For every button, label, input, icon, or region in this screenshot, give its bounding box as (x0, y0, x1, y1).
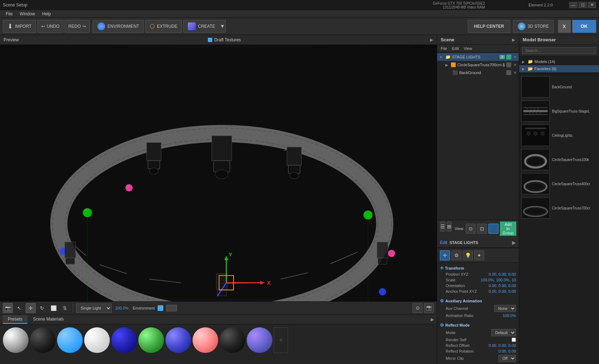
3d-viewport[interactable]: Perspective Top Front Side Shaded Wirefr… (0, 45, 437, 301)
import-button[interactable]: ⬇ IMPORT (3, 20, 36, 33)
close-button[interactable]: ✕ (588, 2, 596, 8)
svg-rect-45 (378, 258, 387, 264)
circle-truss-visibility[interactable] (506, 62, 511, 67)
light-icon-btn[interactable]: ✦ (474, 250, 484, 260)
mb-thumb-circle-truss-700 (521, 197, 550, 219)
scene-menu-view[interactable]: View (464, 46, 472, 51)
stage-lights-tag: 2 (500, 55, 505, 59)
mb-item-circle-truss-400[interactable]: CircleSquareTruss400cr (521, 172, 598, 195)
shape-icon-btn[interactable]: ⚙ (451, 250, 461, 260)
mode-row: Mode Default (440, 328, 516, 337)
aux-channel-select[interactable]: None (494, 305, 516, 312)
add-to-group-button[interactable]: Add to Group (500, 222, 517, 236)
tree-item-background[interactable]: ⬛ BackGround ✕ (437, 69, 519, 77)
help-center-button[interactable]: HELP CENTER (468, 20, 510, 33)
menu-file[interactable]: File (2, 11, 16, 17)
mirror-clip-select[interactable]: Off On (498, 355, 516, 362)
stage-lights-visibility[interactable] (506, 54, 511, 59)
svg-rect-28 (288, 165, 300, 173)
restore-button[interactable]: ◻ (578, 2, 587, 8)
material-chrome[interactable] (3, 327, 29, 353)
redo-icon: ↪ (82, 24, 86, 29)
add-material-button[interactable]: + (274, 327, 288, 353)
material-purple[interactable] (247, 327, 272, 353)
scale-tool-button[interactable]: ⬜ (48, 303, 58, 313)
aux-channel-row: Aux Channel None (440, 304, 516, 313)
screenshot-button[interactable]: 📸 (424, 303, 434, 313)
view-mode-btn-1[interactable]: ☰ (440, 222, 445, 232)
undo-button[interactable]: ↩ UNDO (37, 20, 63, 33)
render-preview-button[interactable]: ⊙ (413, 303, 423, 313)
light-mode-select[interactable]: Single Light Two Lights Three Lights (76, 303, 112, 313)
extrude-button[interactable]: ⬡ EXTRUDE (145, 20, 182, 33)
preview-expand-icon[interactable]: ▶ (430, 37, 433, 42)
materials-expand-icon[interactable]: ▶ (431, 317, 434, 322)
svg-point-66 (527, 132, 531, 135)
position-row: Position XYZ 0.00, 0.00, 0.00 (440, 271, 516, 277)
material-pink[interactable] (193, 327, 218, 353)
transform-section-icon: ✛ (440, 266, 444, 271)
menu-help[interactable]: Help (39, 11, 55, 17)
mb-tree-favorites[interactable]: ▶ 📂 Favorites (6) (519, 65, 599, 72)
move-tool-button[interactable]: ✛ (26, 303, 36, 313)
scene-menu-edit[interactable]: Edit (452, 46, 459, 51)
circle-truss-delete[interactable]: ✕ (513, 63, 517, 67)
create-button[interactable]: CREATE (183, 20, 219, 33)
tab-presets[interactable]: Presets (3, 315, 27, 324)
create-dropdown-arrow[interactable]: ▼ (219, 20, 226, 33)
ok-button[interactable]: OK (572, 20, 597, 33)
tab-scene-materials[interactable]: Scene Materials (28, 315, 69, 324)
tree-item-stage-lights[interactable]: ▼ 📁 STAGE LIGHTS 2 ✕ (437, 53, 519, 61)
mb-item-ceiling-lights[interactable]: CeilingLights (521, 124, 598, 147)
select-tool-button[interactable]: ↖ (14, 303, 24, 313)
material-carbon[interactable] (30, 327, 56, 353)
material-white[interactable] (84, 327, 110, 353)
mb-label-big-truss: BigSquareTruss-StageL (552, 109, 590, 113)
view-icon-3[interactable] (488, 224, 498, 234)
mb-item-background[interactable]: BackGround (521, 76, 598, 98)
material-icon-btn[interactable]: 💡 (463, 250, 473, 260)
properties-icons: ✛ ⚙ 💡 ✦ (437, 248, 519, 263)
x-button[interactable]: X (558, 20, 571, 33)
scale-row: Scale 100.0%, 100.0%, 10 (440, 277, 516, 283)
scene-menu-file[interactable]: File (441, 46, 447, 51)
mb-item-circle-truss-700[interactable]: CircleSquareTruss700cr (521, 197, 598, 219)
material-black[interactable] (220, 327, 245, 353)
mb-item-big-truss[interactable]: BigSquareTruss-StageL (521, 100, 598, 123)
render-self-checkbox[interactable] (512, 338, 516, 342)
background-delete[interactable]: ✕ (513, 71, 517, 75)
align-tool-button[interactable]: ⇅ (60, 303, 70, 313)
material-blue-mid[interactable] (165, 327, 191, 353)
material-blue-dark[interactable] (111, 327, 137, 353)
tree-item-circle-truss[interactable]: ▶ 🟧 CircleSquareTruss700cm-$ ✕ (437, 61, 519, 69)
mode-select[interactable]: Default (491, 329, 516, 336)
material-green[interactable] (138, 327, 164, 353)
view-icon-2[interactable]: ⊡ (477, 224, 487, 234)
mb-tree-models[interactable]: ▶ 📁 Models (14) (519, 58, 599, 65)
view-mode-btn-2[interactable]: ⊞ (447, 222, 452, 232)
zoom-level[interactable]: 100.0% (115, 306, 128, 310)
menu-window[interactable]: Window (16, 11, 39, 17)
properties-panel: ✛ ⚙ 💡 ✦ ✛ Transform Position XYZ 0.00, 0… (437, 248, 519, 364)
env-dot[interactable] (158, 305, 163, 311)
camera-tool-button[interactable]: 📷 (3, 303, 13, 313)
minimize-button[interactable]: — (569, 2, 578, 8)
redo-button[interactable]: REDO ↪ (65, 20, 90, 33)
env-color-swatch[interactable] (166, 305, 177, 311)
background-visibility[interactable] (506, 70, 511, 75)
reflect-offset-row: Reflect Offset 0.00, 0.00, 0.00 (440, 343, 516, 348)
stage-lights-delete[interactable]: ✕ (513, 55, 517, 59)
environment-button[interactable]: ENVIRONMENT (93, 20, 144, 33)
animation-ratio-row: Animation Ratio 100.0% (440, 313, 516, 318)
transform-icon-btn[interactable]: ✛ (440, 250, 450, 260)
store-button[interactable]: 3D STORE (513, 20, 554, 33)
mb-item-circle-truss-100k[interactable]: CircleSquareTruss100k (521, 148, 598, 171)
search-input[interactable] (522, 47, 596, 54)
edit-expand-icon[interactable]: ▶ (512, 240, 516, 245)
scene-expand-icon[interactable]: ▶ (512, 37, 515, 42)
rotate-tool-button[interactable]: ↻ (37, 303, 47, 313)
window-controls[interactable]: — ◻ ✕ (569, 2, 596, 8)
material-blue-light[interactable] (57, 327, 83, 353)
scene-menu: File Edit View (437, 45, 519, 52)
view-icon-1[interactable]: ⊙ (466, 224, 476, 234)
